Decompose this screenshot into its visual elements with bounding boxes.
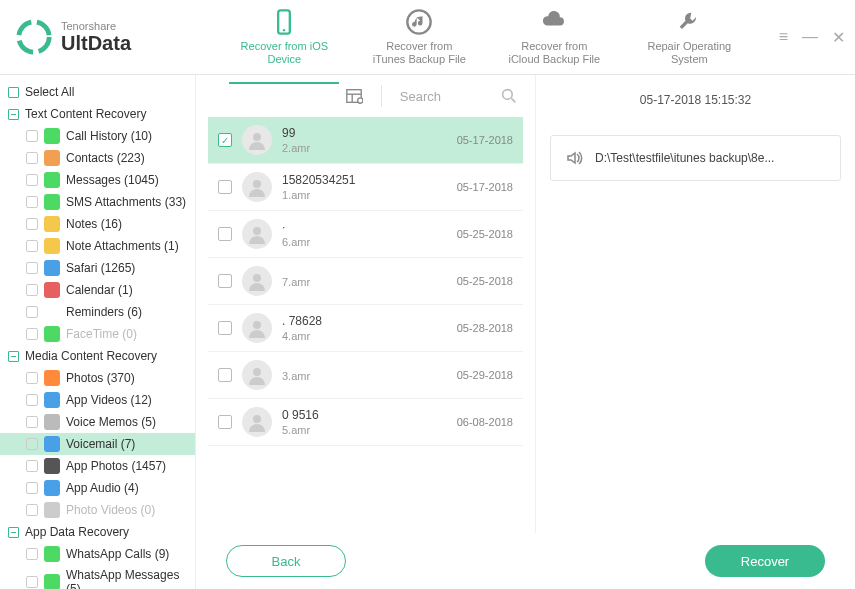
checkbox[interactable] (218, 368, 232, 382)
sidebar-item[interactable]: WhatsApp Calls (9) (0, 543, 195, 565)
svg-point-13 (253, 274, 261, 282)
list-item[interactable]: 3.amr05-29-2018 (208, 352, 523, 399)
svg-point-7 (357, 98, 362, 103)
footer: Back Recover (196, 533, 855, 589)
category-icon (44, 458, 60, 474)
sidebar-item[interactable]: Call History (10) (0, 125, 195, 147)
checkbox[interactable] (218, 321, 232, 335)
sidebar-item[interactable]: Voice Memos (5) (0, 411, 195, 433)
sidebar-item[interactable]: Calendar (1) (0, 279, 195, 301)
brand-main: UltData (61, 32, 131, 55)
recover-button[interactable]: Recover (705, 545, 825, 577)
list-item[interactable]: . 786284.amr05-28-2018 (208, 305, 523, 352)
detail-timestamp: 05-17-2018 15:15:32 (550, 93, 841, 107)
avatar (242, 172, 272, 202)
audio-path: D:\Test\testfile\itunes backup\8e... (595, 151, 774, 165)
sidebar-item[interactable]: Safari (1265) (0, 257, 195, 279)
svg-point-15 (253, 368, 261, 376)
sidebar-item[interactable]: Voicemail (7) (0, 433, 195, 455)
voicemail-list[interactable]: ✓ 992.amr05-17-2018158205342511.amr05-17… (208, 117, 523, 533)
sidebar-item[interactable]: Reminders (6) (0, 301, 195, 323)
avatar (242, 219, 272, 249)
category-icon (44, 194, 60, 210)
avatar (242, 407, 272, 437)
phone-icon (270, 8, 298, 36)
tab-ios-device[interactable]: Recover from iOS Device (229, 0, 339, 74)
avatar (242, 266, 272, 296)
checkbox[interactable] (218, 180, 232, 194)
sidebar-item[interactable]: Note Attachments (1) (0, 235, 195, 257)
sidebar-item[interactable]: Messages (1045) (0, 169, 195, 191)
avatar (242, 125, 272, 155)
window-controls: ≡ — ✕ (779, 28, 845, 47)
tab-itunes-backup[interactable]: Recover from iTunes Backup File (364, 0, 474, 74)
tabs: Recover from iOS Device Recover from iTu… (195, 0, 779, 74)
wrench-icon (675, 8, 703, 36)
sidebar[interactable]: Select AllText Content RecoveryCall Hist… (0, 75, 196, 589)
tab-repair-os[interactable]: Repair Operating System (634, 0, 744, 74)
minimize-icon[interactable]: — (802, 28, 818, 46)
category-icon (44, 502, 60, 518)
select-all[interactable]: Select All (0, 81, 195, 103)
music-icon (405, 8, 433, 36)
menu-icon[interactable]: ≡ (779, 28, 788, 46)
svg-line-9 (511, 98, 515, 102)
sidebar-item[interactable]: App Audio (4) (0, 477, 195, 499)
sidebar-item[interactable]: Photo Videos (0) (0, 499, 195, 521)
list-item[interactable]: ·6.amr05-25-2018 (208, 211, 523, 258)
back-button[interactable]: Back (226, 545, 346, 577)
sidebar-item[interactable]: SMS Attachments (33) (0, 191, 195, 213)
category-icon (44, 574, 60, 589)
speaker-icon (565, 148, 585, 168)
header: Tenorshare UltData Recover from iOS Devi… (0, 0, 855, 75)
category-icon (44, 546, 60, 562)
brand-top: Tenorshare (61, 20, 131, 32)
audio-card[interactable]: D:\Test\testfile\itunes backup\8e... (550, 135, 841, 181)
tab-icloud-backup[interactable]: Recover from iCloud Backup File (499, 0, 609, 74)
svg-point-0 (19, 22, 49, 52)
svg-point-14 (253, 321, 261, 329)
separator (381, 85, 382, 107)
group-header[interactable]: App Data Recovery (0, 521, 195, 543)
sidebar-item[interactable]: FaceTime (0) (0, 323, 195, 345)
detail-panel: 05-17-2018 15:15:32 D:\Test\testfile\itu… (535, 75, 855, 533)
sidebar-item[interactable]: App Photos (1457) (0, 455, 195, 477)
list-item[interactable]: 7.amr05-25-2018 (208, 258, 523, 305)
group-header[interactable]: Media Content Recovery (0, 345, 195, 367)
list-item[interactable]: 158205342511.amr05-17-2018 (208, 164, 523, 211)
checkbox[interactable] (218, 415, 232, 429)
svg-point-11 (253, 180, 261, 188)
search-input[interactable]: Search (400, 88, 517, 104)
svg-point-10 (253, 133, 261, 141)
category-icon (44, 304, 60, 320)
sidebar-item[interactable]: App Videos (12) (0, 389, 195, 411)
close-icon[interactable]: ✕ (832, 28, 845, 47)
category-icon (44, 326, 60, 342)
sidebar-item[interactable]: WhatsApp Messages (5) (0, 565, 195, 589)
view-toggle-icon[interactable] (345, 87, 363, 105)
category-icon (44, 370, 60, 386)
category-icon (44, 282, 60, 298)
search-icon (501, 88, 517, 104)
list-item[interactable]: 0 95165.amr06-08-2018 (208, 399, 523, 446)
sidebar-item[interactable]: Notes (16) (0, 213, 195, 235)
logo-icon (15, 18, 53, 56)
sidebar-item[interactable]: Contacts (223) (0, 147, 195, 169)
checkbox[interactable] (218, 227, 232, 241)
category-icon (44, 172, 60, 188)
group-header[interactable]: Text Content Recovery (0, 103, 195, 125)
category-icon (44, 238, 60, 254)
list-item[interactable]: ✓ 992.amr05-17-2018 (208, 117, 523, 164)
cloud-icon (540, 8, 568, 36)
category-icon (44, 414, 60, 430)
svg-point-12 (253, 227, 261, 235)
checkbox[interactable] (218, 274, 232, 288)
list-panel: Search ✓ 992.amr05-17-2018158205342511.a… (196, 75, 535, 533)
checkbox[interactable]: ✓ (218, 133, 232, 147)
category-icon (44, 392, 60, 408)
svg-point-8 (503, 90, 513, 100)
category-icon (44, 216, 60, 232)
sidebar-item[interactable]: Photos (370) (0, 367, 195, 389)
logo: Tenorshare UltData (15, 18, 195, 56)
avatar (242, 360, 272, 390)
